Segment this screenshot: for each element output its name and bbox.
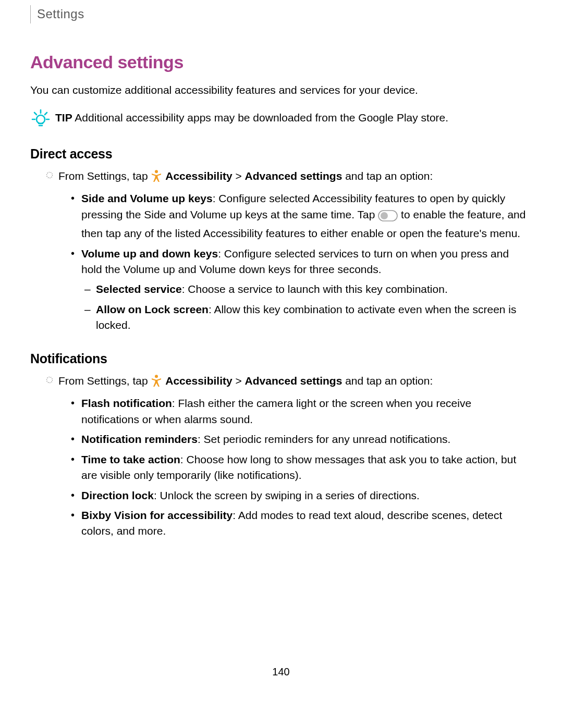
sub-list-item: Allow on Lock screen: Allow this key com… (81, 302, 532, 334)
lightbulb-icon (30, 108, 51, 129)
svg-point-10 (47, 377, 53, 382)
svg-point-9 (381, 212, 388, 219)
step-bold1: Accessibility (165, 375, 232, 387)
svg-point-11 (155, 375, 158, 378)
svg-point-7 (155, 170, 158, 173)
list-item: Direction lock: Unlock the screen by swi… (67, 488, 532, 503)
sub-bold: Allow on Lock screen (96, 303, 209, 315)
nav-step: From Settings, tap Accessibility > Advan… (46, 168, 532, 187)
tip-callout: TIP Additional accessibility apps may be… (30, 108, 532, 129)
item-text: : Unlock the screen by swiping in a seri… (154, 489, 420, 501)
svg-line-2 (34, 113, 36, 115)
list-item: Time to take action: Choose how long to … (67, 452, 532, 484)
item-text: : Set periodic reminders for any unread … (198, 433, 451, 445)
step-bullet-icon (46, 171, 53, 179)
step-bold2: Advanced settings (245, 375, 342, 387)
bullet-list: Side and Volume up keys: Configure selec… (67, 191, 532, 334)
item-bold: Flash notification (81, 397, 172, 409)
item-bold: Volume up and down keys (81, 248, 218, 260)
step-sep: > (232, 375, 245, 387)
nav-step: From Settings, tap Accessibility > Advan… (46, 373, 532, 391)
step-prefix: From Settings, tap (58, 170, 151, 182)
breadcrumb: Settings (30, 5, 532, 23)
accessibility-icon (151, 375, 162, 391)
sub-text: : Choose a service to launch with this k… (182, 283, 448, 295)
step-suffix: and tap an option: (342, 170, 433, 182)
step-suffix: and tap an option: (342, 375, 433, 387)
svg-line-3 (45, 113, 47, 115)
section-heading-notifications: Notifications (30, 349, 532, 368)
svg-point-0 (36, 115, 45, 124)
breadcrumb-label: Settings (37, 7, 84, 21)
step-bullet-icon (46, 376, 53, 384)
step-bold2: Advanced settings (245, 170, 342, 182)
list-item: Notification reminders: Set periodic rem… (67, 431, 532, 447)
list-item: Volume up and down keys: Configure selec… (67, 246, 532, 334)
step-bold1: Accessibility (165, 170, 232, 182)
list-item: Side and Volume up keys: Configure selec… (67, 191, 532, 241)
item-bold: Notification reminders (81, 433, 198, 445)
step-text: From Settings, tap Accessibility > Advan… (58, 373, 532, 391)
svg-point-6 (47, 172, 53, 178)
item-bold: Time to take action (81, 453, 180, 465)
accessibility-icon (151, 170, 162, 187)
page-number: 140 (30, 664, 532, 680)
tip-body: Additional accessibility apps may be dow… (75, 112, 448, 124)
list-item: Bixby Vision for accessibility: Add mode… (67, 508, 532, 539)
item-bold: Direction lock (81, 489, 154, 501)
tip-label: TIP (55, 112, 72, 124)
sub-list: Selected service: Choose a service to la… (81, 281, 532, 333)
item-bold: Side and Volume up keys (81, 192, 213, 204)
step-prefix: From Settings, tap (58, 375, 151, 387)
bullet-list: Flash notification: Flash either the cam… (67, 396, 532, 539)
step-sep: > (232, 170, 245, 182)
list-item: Flash notification: Flash either the cam… (67, 396, 532, 427)
intro-paragraph: You can customize additional accessibili… (30, 82, 532, 98)
step-text: From Settings, tap Accessibility > Advan… (58, 168, 532, 187)
sub-bold: Selected service (96, 283, 182, 295)
toggle-off-icon (378, 210, 398, 226)
page-title: Advanced settings (30, 50, 532, 75)
section-heading-direct-access: Direct access (30, 144, 532, 163)
sub-list-item: Selected service: Choose a service to la… (81, 281, 532, 297)
tip-text: TIP Additional accessibility apps may be… (55, 110, 532, 126)
item-bold: Bixby Vision for accessibility (81, 509, 232, 521)
